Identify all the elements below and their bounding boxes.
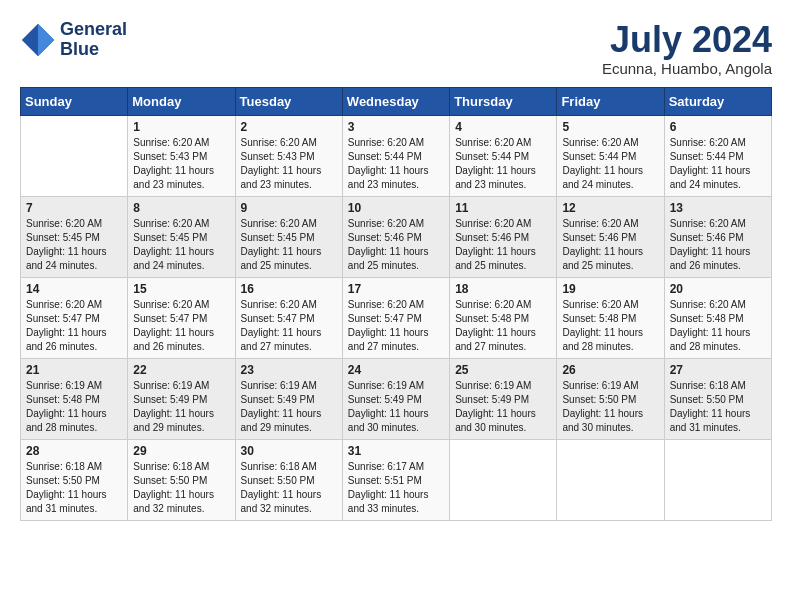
- day-info: Sunrise: 6:20 AM Sunset: 5:46 PM Dayligh…: [562, 217, 658, 273]
- calendar-body: 1Sunrise: 6:20 AM Sunset: 5:43 PM Daylig…: [21, 115, 772, 520]
- calendar-cell: [450, 439, 557, 520]
- calendar-cell: 20Sunrise: 6:20 AM Sunset: 5:48 PM Dayli…: [664, 277, 771, 358]
- day-number: 8: [133, 201, 229, 215]
- day-number: 27: [670, 363, 766, 377]
- day-info: Sunrise: 6:20 AM Sunset: 5:43 PM Dayligh…: [241, 136, 337, 192]
- day-info: Sunrise: 6:19 AM Sunset: 5:49 PM Dayligh…: [133, 379, 229, 435]
- day-info: Sunrise: 6:18 AM Sunset: 5:50 PM Dayligh…: [241, 460, 337, 516]
- day-number: 20: [670, 282, 766, 296]
- day-number: 5: [562, 120, 658, 134]
- calendar-cell: 23Sunrise: 6:19 AM Sunset: 5:49 PM Dayli…: [235, 358, 342, 439]
- page-header: General Blue July 2024 Ecunna, Huambo, A…: [20, 20, 772, 77]
- calendar-cell: 17Sunrise: 6:20 AM Sunset: 5:47 PM Dayli…: [342, 277, 449, 358]
- day-info: Sunrise: 6:20 AM Sunset: 5:45 PM Dayligh…: [133, 217, 229, 273]
- day-info: Sunrise: 6:20 AM Sunset: 5:46 PM Dayligh…: [348, 217, 444, 273]
- calendar-cell: 14Sunrise: 6:20 AM Sunset: 5:47 PM Dayli…: [21, 277, 128, 358]
- day-number: 29: [133, 444, 229, 458]
- calendar-cell: [664, 439, 771, 520]
- calendar-cell: 9Sunrise: 6:20 AM Sunset: 5:45 PM Daylig…: [235, 196, 342, 277]
- day-number: 13: [670, 201, 766, 215]
- day-number: 4: [455, 120, 551, 134]
- calendar-cell: 1Sunrise: 6:20 AM Sunset: 5:43 PM Daylig…: [128, 115, 235, 196]
- calendar-cell: 28Sunrise: 6:18 AM Sunset: 5:50 PM Dayli…: [21, 439, 128, 520]
- day-info: Sunrise: 6:20 AM Sunset: 5:47 PM Dayligh…: [133, 298, 229, 354]
- calendar-cell: 11Sunrise: 6:20 AM Sunset: 5:46 PM Dayli…: [450, 196, 557, 277]
- calendar-cell: 29Sunrise: 6:18 AM Sunset: 5:50 PM Dayli…: [128, 439, 235, 520]
- title-section: July 2024 Ecunna, Huambo, Angola: [602, 20, 772, 77]
- week-row-5: 28Sunrise: 6:18 AM Sunset: 5:50 PM Dayli…: [21, 439, 772, 520]
- day-info: Sunrise: 6:20 AM Sunset: 5:48 PM Dayligh…: [670, 298, 766, 354]
- calendar-cell: 6Sunrise: 6:20 AM Sunset: 5:44 PM Daylig…: [664, 115, 771, 196]
- day-info: Sunrise: 6:19 AM Sunset: 5:49 PM Dayligh…: [455, 379, 551, 435]
- day-info: Sunrise: 6:20 AM Sunset: 5:43 PM Dayligh…: [133, 136, 229, 192]
- day-info: Sunrise: 6:17 AM Sunset: 5:51 PM Dayligh…: [348, 460, 444, 516]
- day-number: 25: [455, 363, 551, 377]
- day-info: Sunrise: 6:20 AM Sunset: 5:44 PM Dayligh…: [455, 136, 551, 192]
- day-info: Sunrise: 6:20 AM Sunset: 5:48 PM Dayligh…: [455, 298, 551, 354]
- logo-text: General Blue: [60, 20, 127, 60]
- day-info: Sunrise: 6:20 AM Sunset: 5:48 PM Dayligh…: [562, 298, 658, 354]
- calendar-cell: 10Sunrise: 6:20 AM Sunset: 5:46 PM Dayli…: [342, 196, 449, 277]
- day-number: 19: [562, 282, 658, 296]
- day-info: Sunrise: 6:19 AM Sunset: 5:48 PM Dayligh…: [26, 379, 122, 435]
- day-number: 17: [348, 282, 444, 296]
- calendar-cell: 13Sunrise: 6:20 AM Sunset: 5:46 PM Dayli…: [664, 196, 771, 277]
- day-number: 3: [348, 120, 444, 134]
- day-number: 28: [26, 444, 122, 458]
- day-number: 6: [670, 120, 766, 134]
- calendar-cell: 21Sunrise: 6:19 AM Sunset: 5:48 PM Dayli…: [21, 358, 128, 439]
- month-year-title: July 2024: [602, 20, 772, 60]
- calendar-table: SundayMondayTuesdayWednesdayThursdayFrid…: [20, 87, 772, 521]
- day-number: 1: [133, 120, 229, 134]
- logo-line2: Blue: [60, 40, 127, 60]
- header-monday: Monday: [128, 87, 235, 115]
- calendar-cell: 4Sunrise: 6:20 AM Sunset: 5:44 PM Daylig…: [450, 115, 557, 196]
- calendar-cell: 19Sunrise: 6:20 AM Sunset: 5:48 PM Dayli…: [557, 277, 664, 358]
- day-info: Sunrise: 6:19 AM Sunset: 5:49 PM Dayligh…: [241, 379, 337, 435]
- calendar-cell: 27Sunrise: 6:18 AM Sunset: 5:50 PM Dayli…: [664, 358, 771, 439]
- calendar-cell: 5Sunrise: 6:20 AM Sunset: 5:44 PM Daylig…: [557, 115, 664, 196]
- calendar-cell: 8Sunrise: 6:20 AM Sunset: 5:45 PM Daylig…: [128, 196, 235, 277]
- day-info: Sunrise: 6:20 AM Sunset: 5:47 PM Dayligh…: [241, 298, 337, 354]
- day-number: 24: [348, 363, 444, 377]
- calendar-cell: [21, 115, 128, 196]
- calendar-cell: 18Sunrise: 6:20 AM Sunset: 5:48 PM Dayli…: [450, 277, 557, 358]
- logo-icon: [20, 22, 56, 58]
- day-number: 31: [348, 444, 444, 458]
- day-info: Sunrise: 6:19 AM Sunset: 5:50 PM Dayligh…: [562, 379, 658, 435]
- calendar-cell: 7Sunrise: 6:20 AM Sunset: 5:45 PM Daylig…: [21, 196, 128, 277]
- day-number: 10: [348, 201, 444, 215]
- header-sunday: Sunday: [21, 87, 128, 115]
- logo: General Blue: [20, 20, 127, 60]
- logo-line1: General: [60, 20, 127, 40]
- day-number: 11: [455, 201, 551, 215]
- day-number: 30: [241, 444, 337, 458]
- calendar-cell: 30Sunrise: 6:18 AM Sunset: 5:50 PM Dayli…: [235, 439, 342, 520]
- day-number: 2: [241, 120, 337, 134]
- day-info: Sunrise: 6:20 AM Sunset: 5:44 PM Dayligh…: [670, 136, 766, 192]
- day-number: 9: [241, 201, 337, 215]
- day-info: Sunrise: 6:20 AM Sunset: 5:44 PM Dayligh…: [562, 136, 658, 192]
- day-number: 12: [562, 201, 658, 215]
- calendar-cell: 22Sunrise: 6:19 AM Sunset: 5:49 PM Dayli…: [128, 358, 235, 439]
- calendar-cell: 2Sunrise: 6:20 AM Sunset: 5:43 PM Daylig…: [235, 115, 342, 196]
- calendar-cell: 25Sunrise: 6:19 AM Sunset: 5:49 PM Dayli…: [450, 358, 557, 439]
- day-info: Sunrise: 6:20 AM Sunset: 5:47 PM Dayligh…: [348, 298, 444, 354]
- day-info: Sunrise: 6:20 AM Sunset: 5:45 PM Dayligh…: [26, 217, 122, 273]
- day-info: Sunrise: 6:19 AM Sunset: 5:49 PM Dayligh…: [348, 379, 444, 435]
- svg-marker-1: [38, 24, 54, 56]
- calendar-cell: 3Sunrise: 6:20 AM Sunset: 5:44 PM Daylig…: [342, 115, 449, 196]
- calendar-cell: 26Sunrise: 6:19 AM Sunset: 5:50 PM Dayli…: [557, 358, 664, 439]
- calendar-cell: 15Sunrise: 6:20 AM Sunset: 5:47 PM Dayli…: [128, 277, 235, 358]
- day-number: 18: [455, 282, 551, 296]
- week-row-2: 7Sunrise: 6:20 AM Sunset: 5:45 PM Daylig…: [21, 196, 772, 277]
- week-row-3: 14Sunrise: 6:20 AM Sunset: 5:47 PM Dayli…: [21, 277, 772, 358]
- day-number: 15: [133, 282, 229, 296]
- header-row: SundayMondayTuesdayWednesdayThursdayFrid…: [21, 87, 772, 115]
- day-info: Sunrise: 6:18 AM Sunset: 5:50 PM Dayligh…: [133, 460, 229, 516]
- header-tuesday: Tuesday: [235, 87, 342, 115]
- day-number: 21: [26, 363, 122, 377]
- day-number: 14: [26, 282, 122, 296]
- calendar-cell: 31Sunrise: 6:17 AM Sunset: 5:51 PM Dayli…: [342, 439, 449, 520]
- header-saturday: Saturday: [664, 87, 771, 115]
